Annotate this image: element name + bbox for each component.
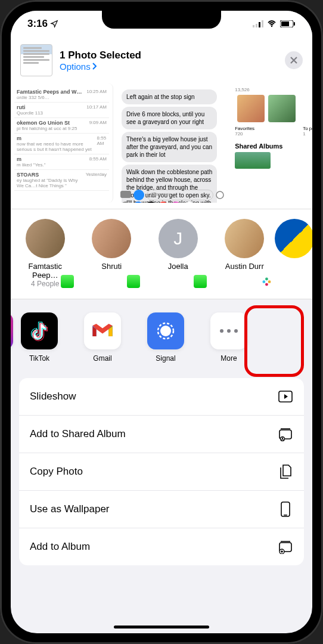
share-actions-list: Slideshow Add to Shared Album Copy Photo…: [19, 378, 304, 565]
gmail-icon: [91, 322, 114, 340]
svg-rect-11: [265, 278, 268, 281]
copy-icon: [278, 464, 293, 479]
close-button[interactable]: [285, 51, 303, 69]
svg-rect-7: [294, 22, 295, 26]
status-time: 3:16: [27, 18, 48, 30]
location-icon: [50, 20, 58, 28]
play-icon: [278, 389, 293, 404]
svg-rect-13: [265, 283, 268, 286]
svg-point-18: [234, 329, 238, 333]
chevron-right-icon: [92, 63, 97, 70]
tiktok-icon: [29, 320, 50, 342]
svg-rect-2: [259, 22, 260, 27]
add-album-icon: [278, 539, 293, 555]
messages-badge-icon: [192, 274, 208, 289]
slack-badge-icon: [259, 274, 274, 289]
phone-icon: [278, 501, 293, 517]
annotation-highlight: [244, 305, 304, 377]
background-apps-preview: Famtastic Peeps and W…ordle 332 5/6…10:2…: [11, 83, 312, 209]
options-button[interactable]: Options: [60, 61, 278, 72]
more-icon: [218, 328, 240, 334]
svg-rect-3: [262, 20, 263, 27]
battery-icon: [280, 20, 296, 27]
messages-badge-icon: [60, 274, 75, 289]
share-app-gmail[interactable]: Gmail: [75, 312, 130, 363]
share-contact-joella[interactable]: J Joella: [150, 219, 207, 288]
svg-point-17: [227, 329, 231, 333]
svg-rect-1: [256, 24, 257, 27]
svg-rect-24: [284, 515, 287, 516]
share-contacts-row: Famtastic Peep… 4 People Shruti J Joella…: [11, 209, 312, 299]
share-app-signal[interactable]: Signal: [138, 312, 193, 363]
action-add-to-album[interactable]: Add to Album: [19, 528, 304, 565]
share-contact-partial[interactable]: [282, 219, 306, 288]
action-slideshow[interactable]: Slideshow: [19, 378, 304, 416]
signal-icon: [154, 319, 178, 343]
shared-album-icon: [278, 426, 293, 442]
close-icon: [290, 57, 297, 64]
action-use-as-wallpaper[interactable]: Use as Wallpaper: [19, 491, 304, 528]
svg-rect-8: [120, 191, 131, 198]
action-add-shared-album[interactable]: Add to Shared Album: [19, 416, 304, 453]
svg-rect-0: [253, 25, 254, 27]
svg-point-16: [220, 329, 223, 333]
selected-check-icon: ✓: [183, 202, 196, 203]
svg-point-9: [216, 191, 223, 199]
svg-rect-10: [263, 280, 266, 283]
svg-rect-12: [268, 280, 271, 283]
share-contact-austin[interactable]: Austin Durr: [216, 219, 274, 288]
svg-point-22: [282, 438, 283, 439]
action-copy-photo[interactable]: Copy Photo: [19, 453, 304, 491]
cellular-icon: [253, 20, 263, 27]
svg-point-4: [271, 26, 272, 27]
photo-thumbnail: [20, 44, 52, 76]
share-contact-famtastic[interactable]: Famtastic Peep… 4 People: [17, 219, 74, 288]
share-contact-shruti[interactable]: Shruti: [83, 219, 141, 288]
svg-rect-6: [281, 21, 289, 26]
share-apps-row: ger TikTok Gmail: [11, 299, 312, 378]
wifi-icon: [267, 20, 277, 27]
messages-badge-icon: [126, 274, 141, 289]
svg-point-15: [160, 326, 171, 336]
svg-rect-23: [281, 502, 290, 516]
home-indicator: [114, 626, 209, 628]
header-title: 1 Photo Selected: [60, 49, 278, 61]
share-app-tiktok[interactable]: TikTok: [12, 312, 67, 363]
